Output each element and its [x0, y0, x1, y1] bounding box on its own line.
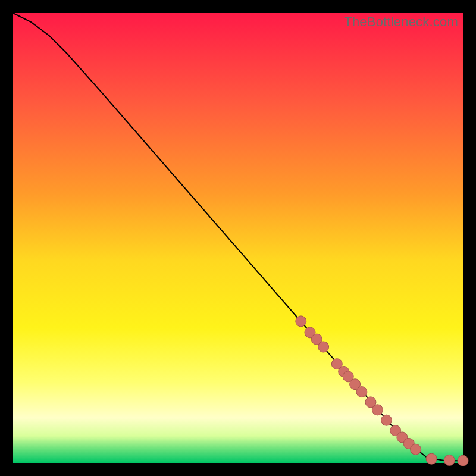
marker-point: [372, 405, 383, 415]
bottleneck-curve: [13, 13, 463, 461]
marker-point: [444, 455, 455, 466]
marker-group: [296, 316, 468, 466]
chart-frame: TheBottleneck.com: [0, 0, 476, 476]
marker-point: [318, 342, 329, 352]
marker-point: [458, 455, 468, 466]
marker-point: [356, 387, 367, 397]
marker-point: [381, 415, 392, 425]
marker-point: [426, 453, 437, 464]
plot-area: TheBottleneck.com: [13, 13, 463, 463]
marker-point: [296, 316, 306, 327]
curve-layer: [13, 13, 463, 463]
marker-point: [411, 444, 421, 455]
